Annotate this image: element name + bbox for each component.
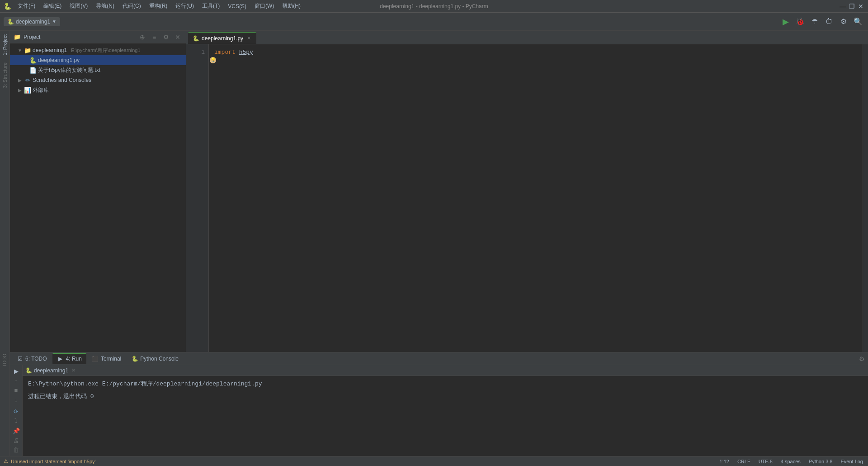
- clear-output-button[interactable]: 🗑: [11, 446, 21, 454]
- rerun-button[interactable]: ⟳: [11, 407, 21, 415]
- sidebar-item-project[interactable]: 1: Project: [1, 31, 9, 59]
- run-again-button[interactable]: ▶: [11, 367, 21, 375]
- warning-bulb-icon[interactable]: 💡: [210, 57, 216, 63]
- external-label: 外部库: [33, 86, 49, 94]
- sidebar-item-structure[interactable]: 3: Structure: [1, 59, 9, 92]
- minimize-button[interactable]: —: [839, 3, 846, 10]
- editor-tabs: 🐍 deeplearning1.py ✕: [186, 31, 868, 44]
- py-file-label: deeplearning1.py: [38, 57, 80, 63]
- tab-todo[interactable]: ☑ 6: TODO: [12, 353, 52, 364]
- scroll-down-button[interactable]: ↓: [11, 396, 21, 404]
- indent-setting[interactable]: 4 spaces: [779, 459, 802, 464]
- folder-icon: 📁: [24, 47, 31, 54]
- debug-button[interactable]: 🐞: [794, 15, 807, 28]
- bottom-panel: ☑ 6: TODO ▶ 4: Run ⬛ Terminal 🐍 Python C…: [10, 352, 868, 456]
- menu-refactor[interactable]: 重构(R): [146, 1, 171, 11]
- tab-py-icon: 🐍: [193, 35, 199, 42]
- tree-item-deeplearning-py[interactable]: 🐍 deeplearning1.py: [10, 55, 186, 65]
- cursor-position[interactable]: 1:12: [718, 459, 731, 464]
- title-bar-left: 🐍 文件(F) 编辑(E) 视图(V) 导航(N) 代码(C) 重构(R) 运行…: [4, 1, 304, 11]
- project-settings-button[interactable]: ⚙: [161, 33, 170, 42]
- tab-label: deeplearning1.py: [202, 35, 243, 42]
- search-everywhere-button[interactable]: 🔍: [852, 15, 864, 28]
- run-tab-header: 🐍 deeplearning1 ✕: [23, 365, 868, 376]
- txt-file-icon: 📄: [29, 67, 37, 74]
- tab-terminal[interactable]: ⬛ Terminal: [87, 353, 126, 364]
- py-file-icon: 🐍: [29, 57, 37, 64]
- menu-nav[interactable]: 导航(N): [92, 1, 118, 11]
- soft-wrap-button[interactable]: ⤵: [11, 417, 21, 425]
- tree-item-root[interactable]: ▼ 📁 deeplearning1 E:\pycharm\程序\deeplear…: [10, 45, 186, 55]
- menu-view[interactable]: 视图(V): [66, 1, 91, 11]
- python-version[interactable]: Python 3.8: [807, 459, 834, 464]
- event-log[interactable]: Event Log: [839, 459, 864, 464]
- pin-tab-button[interactable]: 📌: [11, 427, 21, 435]
- status-right: 1:12 CRLF UTF-8 4 spaces Python 3.8 Even…: [718, 459, 865, 464]
- project-panel: 📁 Project ⊕ ≡ ⚙ ✕ ▼ 📁 deeplearning1 E:\p…: [10, 31, 186, 352]
- bottom-content: ▶ ↑ ■ ↓ ⟳ ⤵ 📌 🖨 🗑 🐍 deeplearning1 ✕ E:\P…: [10, 365, 868, 456]
- profile-button[interactable]: ⏱: [823, 15, 835, 28]
- tab-deeplearning-py[interactable]: 🐍 deeplearning1.py ✕: [188, 32, 256, 44]
- project-panel-header: 📁 Project ⊕ ≡ ⚙ ✕: [10, 31, 186, 43]
- menu-window[interactable]: 窗口(W): [251, 1, 278, 11]
- tree-arrow-root: ▼: [17, 48, 23, 53]
- add-content-button[interactable]: ⊕: [138, 33, 147, 42]
- bottom-panel-tabs: ☑ 6: TODO ▶ 4: Run ⬛ Terminal 🐍 Python C…: [10, 352, 868, 365]
- run-label: 4: Run: [66, 356, 82, 362]
- status-left: ⚠ Unused import statement 'import h5py': [4, 458, 715, 464]
- run-tab-close[interactable]: ✕: [70, 367, 76, 374]
- maximize-button[interactable]: ❐: [848, 3, 855, 10]
- project-icon: 🐍: [7, 19, 14, 25]
- run-tab-icon: ▶: [57, 355, 64, 362]
- tree-item-external[interactable]: ▶ 📊 外部库: [10, 85, 186, 95]
- tab-run[interactable]: ▶ 4: Run: [52, 353, 86, 364]
- print-button[interactable]: 🖨: [11, 436, 21, 444]
- run-sidebar: ▶ ↑ ■ ↓ ⟳ ⤵ 📌 🖨 🗑: [10, 365, 23, 456]
- menu-edit[interactable]: 编辑(E): [40, 1, 65, 11]
- tab-close-button[interactable]: ✕: [245, 35, 252, 42]
- code-editor[interactable]: import h5py 💡: [209, 44, 863, 352]
- status-warning-text[interactable]: Unused import statement 'import h5py': [11, 459, 96, 464]
- status-bar: ⚠ Unused import statement 'import h5py' …: [0, 456, 868, 466]
- terminal-label: Terminal: [101, 356, 121, 362]
- close-button[interactable]: ✕: [857, 3, 864, 10]
- menu-help[interactable]: 帮助(H): [278, 1, 304, 11]
- run-command-text: E:\Python\python.exe E:/pycharm/程序/deepl…: [28, 380, 863, 389]
- file-encoding[interactable]: UTF-8: [757, 459, 774, 464]
- scroll-up-button[interactable]: ↑: [11, 376, 21, 385]
- project-tree: ▼ 📁 deeplearning1 E:\pycharm\程序\deeplear…: [10, 43, 186, 352]
- collapse-all-button[interactable]: ≡: [150, 33, 159, 42]
- menu-code[interactable]: 代码(C): [119, 1, 145, 11]
- line-ending[interactable]: CRLF: [736, 459, 752, 464]
- settings-toolbar-button[interactable]: ⚙: [837, 15, 850, 28]
- menu-vcs[interactable]: VCS(S): [224, 2, 250, 10]
- menu-run[interactable]: 运行(U): [172, 1, 198, 11]
- menu-tools[interactable]: 工具(T): [198, 1, 223, 11]
- tab-python-console[interactable]: 🐍 Python Console: [127, 353, 183, 364]
- scratch-icon: ✏: [24, 76, 31, 84]
- menu-bar: 文件(F) 编辑(E) 视图(V) 导航(N) 代码(C) 重构(R) 运行(U…: [14, 1, 304, 11]
- menu-file[interactable]: 文件(F): [14, 1, 39, 11]
- run-content-area: 🐍 deeplearning1 ✕ E:\Python\python.exe E…: [23, 365, 868, 456]
- run-button[interactable]: ▶: [779, 15, 792, 28]
- run-result-text: 进程已结束，退出代码 0: [28, 392, 863, 401]
- stop-button[interactable]: ■: [11, 386, 21, 395]
- project-selector[interactable]: 🐍 deeplearning1 ▼: [4, 17, 60, 26]
- warning-icon: ⚠: [4, 458, 8, 464]
- line-numbers: 1: [186, 44, 209, 352]
- hide-panel-button[interactable]: ✕: [173, 33, 182, 42]
- editor-content: 1 import h5py 💡: [186, 44, 868, 352]
- title-bar-right: — ❐ ✕: [839, 3, 864, 10]
- bottom-sidebar-todo[interactable]: TODO: [2, 352, 8, 369]
- python-console-icon: 🐍: [131, 355, 138, 362]
- tree-arrow-external: ▶: [17, 87, 23, 93]
- coverage-button[interactable]: ☂: [808, 15, 821, 28]
- tree-item-scratches[interactable]: ▶ ✏ Scratches and Consoles: [10, 75, 186, 85]
- python-console-label: Python Console: [140, 356, 179, 362]
- line-number-1: 1: [192, 48, 205, 57]
- project-name: deeplearning1: [16, 19, 50, 25]
- root-path-label: E:\pycharm\程序\deeplearning1: [71, 47, 140, 54]
- main-layout: 📁 Project ⊕ ≡ ⚙ ✕ ▼ 📁 deeplearning1 E:\p…: [10, 31, 868, 352]
- tree-item-txt[interactable]: 📄 关于h5py库的安装问题.txt: [10, 65, 186, 75]
- bottom-settings-button[interactable]: ⚙: [857, 354, 866, 363]
